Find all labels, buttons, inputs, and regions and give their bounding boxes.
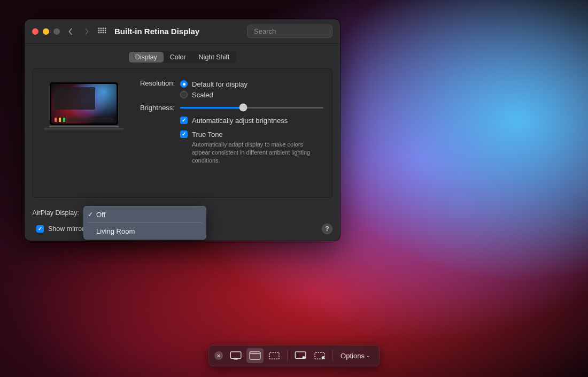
svg-rect-16 <box>250 352 260 359</box>
toolbar-options-label: Options <box>341 352 365 360</box>
window-zoom-button <box>53 28 60 35</box>
true-tone-help-text: Automatically adapt display to make colo… <box>180 141 314 165</box>
show-mirroring-label: Show mirrori <box>48 225 86 233</box>
display-preview <box>41 79 127 190</box>
screenshot-toolbar: ✕ Options ⌄ <box>208 345 380 366</box>
tab-bar: Display Color Night Shift <box>128 51 237 63</box>
search-field[interactable] <box>247 25 332 38</box>
tab-night-shift[interactable]: Night Shift <box>192 52 236 63</box>
capture-selected-window-button[interactable] <box>246 348 264 363</box>
resolution-default-radio[interactable] <box>180 80 188 88</box>
airplay-option-living-room[interactable]: Living Room <box>83 225 206 237</box>
svg-point-8 <box>98 32 100 33</box>
auto-brightness-checkbox[interactable] <box>180 117 188 124</box>
nav-back-button[interactable] <box>65 25 76 38</box>
chevron-down-icon: ⌄ <box>366 353 370 358</box>
capture-entire-screen-button[interactable] <box>227 348 244 363</box>
display-settings-panel: Resolution: Default for display Scaled B <box>32 68 332 198</box>
svg-point-2 <box>103 27 104 29</box>
toolbar-options-menu[interactable]: Options ⌄ <box>337 352 374 360</box>
svg-point-9 <box>100 32 102 33</box>
svg-point-22 <box>322 356 324 359</box>
window-close-button[interactable] <box>32 28 38 35</box>
svg-point-0 <box>98 27 100 29</box>
svg-rect-15 <box>234 359 238 359</box>
tab-display[interactable]: Display <box>129 52 164 63</box>
show-mirroring-checkbox[interactable] <box>36 225 44 233</box>
resolution-label: Resolution: <box>136 79 180 87</box>
laptop-icon <box>44 82 124 132</box>
window-titlebar: Built-in Retina Display <box>25 19 340 44</box>
svg-rect-18 <box>269 352 279 359</box>
nav-forward-button <box>81 25 92 38</box>
show-all-icon[interactable] <box>97 27 107 36</box>
svg-point-6 <box>103 29 104 31</box>
true-tone-label: True Tone <box>192 130 223 139</box>
brightness-slider[interactable] <box>180 103 323 112</box>
airplay-label: AirPlay Display: <box>32 209 79 217</box>
svg-point-11 <box>105 32 106 33</box>
toolbar-close-button[interactable]: ✕ <box>214 351 223 360</box>
window-minimize-button[interactable] <box>43 28 49 35</box>
window-traffic-lights <box>32 28 60 35</box>
svg-point-7 <box>105 29 106 31</box>
svg-point-10 <box>103 32 104 33</box>
airplay-dropdown: Off Living Room <box>83 206 206 240</box>
svg-point-5 <box>100 29 102 31</box>
tab-color[interactable]: Color <box>164 52 192 63</box>
resolution-scaled-label: Scaled <box>192 91 213 99</box>
help-button[interactable]: ? <box>322 224 332 234</box>
svg-point-20 <box>303 356 305 359</box>
record-selected-portion-button[interactable] <box>311 348 328 363</box>
true-tone-checkbox[interactable] <box>180 130 188 138</box>
search-input[interactable] <box>254 27 344 35</box>
svg-point-4 <box>98 29 100 31</box>
displays-preferences-window: Built-in Retina Display Display Color Ni… <box>25 19 340 241</box>
capture-selected-portion-button[interactable] <box>266 348 283 363</box>
resolution-default-label: Default for display <box>192 80 247 88</box>
brightness-label: Brightness: <box>136 103 180 112</box>
svg-rect-14 <box>230 352 241 358</box>
record-entire-screen-button[interactable] <box>292 348 309 363</box>
resolution-scaled-radio[interactable] <box>180 91 188 98</box>
svg-point-1 <box>100 27 102 29</box>
airplay-option-off[interactable]: Off <box>83 208 206 221</box>
svg-point-3 <box>105 27 106 29</box>
auto-brightness-label: Automatically adjust brightness <box>192 117 288 125</box>
window-title: Built-in Retina Display <box>114 27 199 36</box>
